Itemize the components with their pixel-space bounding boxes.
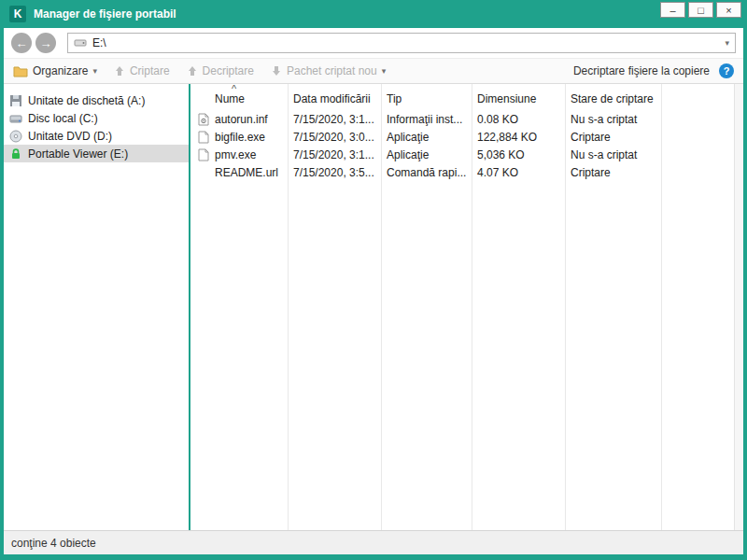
main-area: Unitate de dischetă (A:) Disc local (C:)…: [4, 84, 743, 530]
minimize-button[interactable]: –: [660, 2, 685, 18]
window-controls: – □ ×: [657, 2, 741, 18]
window-title: Manager de fişiere portabil: [34, 7, 176, 21]
column-divider: [381, 84, 382, 530]
file-type-cell: Informaţii inst...: [381, 113, 472, 126]
folder-icon: [13, 65, 28, 77]
drive-label: Unitate DVD (D:): [28, 130, 112, 143]
column-divider: [661, 84, 662, 530]
file-encryption-status-cell: Nu s-a criptat: [565, 113, 661, 126]
organize-dropdown-icon: ▾: [92, 66, 97, 76]
decrypt-on-copy-label: Decriptare fişiere la copiere: [573, 64, 710, 77]
file-date-cell: 7/15/2020, 3:1...: [288, 148, 381, 161]
shortcut-file-icon: [198, 166, 209, 179]
address-bar[interactable]: E:\ ▾: [67, 33, 736, 53]
package-arrow-icon: [271, 65, 282, 77]
file-icon: [198, 131, 209, 144]
file-encryption-status-cell: Criptare: [565, 166, 661, 179]
drive-label: Unitate de dischetă (A:): [28, 94, 145, 107]
dvd-icon: [9, 130, 22, 143]
lock-icon: [9, 147, 22, 161]
encrypt-arrow-icon: [114, 65, 125, 77]
status-bar: conţine 4 obiecte: [4, 530, 743, 554]
hard-disk-icon: [9, 112, 22, 125]
encrypt-button[interactable]: Criptare: [114, 64, 170, 77]
column-header-date-modified[interactable]: Data modificării: [288, 92, 381, 105]
navigation-bar: ← → E:\ ▾: [4, 28, 743, 58]
file-type-cell: Aplicaţie: [381, 148, 472, 161]
file-date-cell: 7/15/2020, 3:0...: [288, 131, 381, 144]
file-size-cell: 5,036 KO: [472, 148, 565, 161]
file-type-cell: Aplicaţie: [381, 131, 472, 144]
drive-label: Disc local (C:): [28, 112, 98, 125]
file-icon: [198, 148, 209, 161]
new-package-dropdown-icon: ▾: [382, 66, 387, 76]
column-divider: [565, 84, 566, 530]
column-divider: [472, 84, 472, 530]
help-icon: ?: [724, 65, 730, 77]
column-header-name[interactable]: Nume: [190, 92, 288, 105]
file-row-autorun-inf[interactable]: autorun.inf 7/15/2020, 3:1... Informaţii…: [190, 110, 734, 128]
file-name: bigfile.exe: [215, 131, 265, 144]
file-date-cell: 7/15/2020, 3:1...: [288, 113, 381, 126]
organize-label: Organizare: [33, 64, 88, 77]
file-encryption-status-cell: Nu s-a criptat: [565, 148, 661, 161]
column-header-encryption-status[interactable]: Stare de criptare: [565, 92, 661, 105]
toolbar: Organizare ▾ Criptare Decriptare Pachet …: [4, 58, 743, 84]
back-button[interactable]: ←: [11, 33, 32, 53]
forward-button[interactable]: →: [35, 33, 56, 53]
list-header: ^ Nume Data modificării Tip Dimensiune S…: [190, 84, 734, 110]
sidebar-item-floppy-a[interactable]: Unitate de dischetă (A:): [4, 91, 189, 109]
file-name: autorun.inf: [215, 113, 268, 126]
address-dropdown-icon[interactable]: ▾: [725, 38, 729, 48]
column-header-size[interactable]: Dimensiune: [472, 92, 565, 105]
close-button[interactable]: ×: [716, 2, 741, 18]
decrypt-arrow-icon: [187, 65, 198, 77]
file-type-cell: Comandă rapi...: [381, 166, 472, 179]
back-icon: ←: [16, 36, 28, 50]
setup-file-icon: [198, 113, 209, 126]
sidebar-item-dvd-d[interactable]: Unitate DVD (D:): [4, 127, 189, 145]
maximize-icon: □: [698, 4, 704, 17]
file-name-cell: README.url: [190, 166, 288, 179]
sort-ascending-icon: ^: [232, 84, 236, 93]
file-name: pmv.exe: [215, 148, 256, 161]
maximize-button[interactable]: □: [688, 2, 713, 18]
drive-icon: [74, 36, 87, 49]
file-name: README.url: [215, 166, 278, 179]
organize-button[interactable]: Organizare ▾: [13, 64, 97, 77]
file-name-cell: pmv.exe: [190, 148, 288, 161]
file-row-pmv-exe[interactable]: pmv.exe 7/15/2020, 3:1... Aplicaţie 5,03…: [190, 146, 734, 163]
decrypt-on-copy-button[interactable]: Decriptare fişiere la copiere: [573, 64, 710, 77]
minimize-icon: –: [669, 4, 675, 17]
close-icon: ×: [726, 4, 731, 17]
file-size-cell: 4.07 KO: [472, 166, 565, 179]
vertical-scrollbar[interactable]: [734, 84, 743, 530]
sidebar-item-portable-viewer-e[interactable]: Portable Viewer (E:): [4, 145, 189, 162]
encrypt-label: Criptare: [130, 64, 170, 77]
kaspersky-logo-icon: K: [9, 6, 26, 22]
drives-sidebar: Unitate de dischetă (A:) Disc local (C:)…: [4, 84, 190, 530]
column-header-type[interactable]: Tip: [381, 92, 472, 105]
file-size-cell: 0.08 KO: [472, 113, 565, 126]
app-window: K Manager de fişiere portabil – □ × ← → …: [0, 0, 747, 560]
drive-label: Portable Viewer (E:): [28, 147, 128, 161]
status-text: conţine 4 obiecte: [11, 537, 96, 550]
file-list: ^ Nume Data modificării Tip Dimensiune S…: [190, 84, 734, 530]
forward-icon: →: [40, 36, 52, 50]
decrypt-button[interactable]: Decriptare: [187, 64, 254, 77]
column-divider: [288, 84, 289, 530]
file-size-cell: 122,884 KO: [472, 131, 565, 144]
file-name-cell: autorun.inf: [190, 113, 288, 126]
new-encrypted-package-label: Pachet criptat nou: [287, 64, 377, 77]
titlebar[interactable]: K Manager de fişiere portabil – □ ×: [4, 0, 743, 28]
file-encryption-status-cell: Criptare: [565, 131, 661, 144]
decrypt-label: Decriptare: [203, 64, 254, 77]
file-row-bigfile-exe[interactable]: bigfile.exe 7/15/2020, 3:0... Aplicaţie …: [190, 128, 734, 146]
address-text: E:\: [92, 36, 719, 49]
floppy-icon: [9, 94, 22, 107]
sidebar-item-local-disk-c[interactable]: Disc local (C:): [4, 109, 189, 127]
new-encrypted-package-button[interactable]: Pachet criptat nou ▾: [271, 64, 386, 77]
file-name-cell: bigfile.exe: [190, 131, 288, 144]
help-button[interactable]: ?: [719, 63, 734, 78]
file-row-readme-url[interactable]: README.url 7/15/2020, 3:5... Comandă rap…: [190, 163, 734, 181]
